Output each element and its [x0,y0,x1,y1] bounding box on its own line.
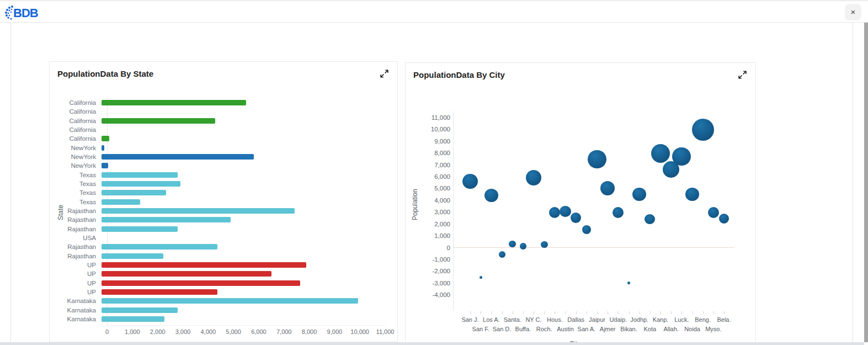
city-tick-mark [661,311,661,314]
x-tick-label: 6,000 [251,328,267,335]
x-tick-label: 2,000 [150,328,166,335]
bar-row: Texas [61,198,385,206]
x-tick-label: 7,000 [276,328,292,335]
state-chart-panel: PopulationData By State State California… [49,61,398,342]
bar[interactable] [102,298,358,304]
bubble[interactable] [571,213,581,223]
bar[interactable] [102,136,109,141]
bar[interactable] [102,190,166,195]
bar-row: UP [61,269,385,278]
city-tick-label: Bikan. [620,326,637,332]
bar[interactable] [102,226,178,232]
bubble[interactable] [645,214,655,225]
bubble[interactable] [685,188,699,201]
bar-category-label: Rajasthan [61,243,102,250]
bubble[interactable] [582,225,591,234]
city-tick-mark [724,311,725,314]
bar[interactable] [102,244,217,250]
bar-row: Karnataka [61,296,385,305]
bar-track [102,262,385,268]
bubble[interactable] [719,214,729,224]
city-tick-label: Ajmer [600,326,616,332]
bar[interactable] [102,217,231,222]
city-tick-mark [671,311,672,314]
bar-row: Texas [61,171,385,179]
bar[interactable] [102,199,140,205]
bar[interactable] [102,316,164,322]
bar[interactable] [102,118,215,124]
bar-category-label: Texas [61,181,102,187]
bubble[interactable] [632,188,646,201]
bubble[interactable] [613,207,624,218]
bar-track [102,118,385,124]
bar[interactable] [102,253,163,259]
bubble[interactable] [692,119,714,141]
expand-arrows-icon[interactable] [380,69,391,80]
bdb-logo[interactable]: BDB [4,4,43,20]
bar-category-label: Rajasthan [61,208,102,214]
city-tick-mark [555,311,555,314]
svg-text:BDB: BDB [13,6,38,20]
bubble[interactable] [509,241,516,248]
city-tick-mark [481,311,481,314]
x-tick-label: 3,000 [175,328,191,335]
bar-category-label: NewYork [61,153,102,160]
y-tick-label: 0 [417,243,450,252]
bar-track [102,244,385,250]
bubble[interactable] [560,206,571,217]
bar-category-label: Texas [61,172,102,178]
bar-track [102,100,385,105]
bar[interactable] [102,280,300,286]
bubble[interactable] [541,241,548,248]
x-tick-label: 9,000 [327,328,343,335]
bar-row: UP [61,288,385,296]
bubble[interactable] [484,189,498,202]
city-tick-mark [523,311,524,314]
bubble[interactable] [708,207,719,218]
bar-category-label: California [61,99,102,106]
bar-category-label: California [61,108,102,115]
y-tick-label: 10,000 [417,125,450,134]
bubble[interactable] [549,207,560,218]
state-chart-title: PopulationData By State [57,69,153,78]
bar[interactable] [102,271,271,277]
y-tick-label: -3,000 [417,279,450,288]
bubble[interactable] [526,170,542,186]
bubble[interactable] [499,251,505,258]
bar[interactable] [102,145,104,151]
bar[interactable] [102,262,306,268]
bar[interactable] [102,307,178,313]
city-tick-mark [618,311,619,314]
bar[interactable] [102,289,217,295]
bubble[interactable] [627,282,630,284]
bar[interactable] [102,154,254,160]
bar[interactable] [102,208,295,214]
city-chart-title: PopulationData By City [413,70,505,79]
bar-track [102,307,385,313]
vertical-scrollbar[interactable] [864,23,868,342]
city-tick-label: Dallas [567,316,584,323]
bubble[interactable] [480,276,482,279]
close-button[interactable]: × [845,4,861,20]
bar-category-label: California [61,118,102,124]
bar-row: Rajasthan [61,224,385,233]
bubble[interactable] [588,150,606,168]
bar-row: NewYork [61,161,385,170]
bubble[interactable] [520,243,526,250]
bubble[interactable] [672,147,691,166]
expand-arrows-icon[interactable] [738,70,749,81]
bar-track [102,298,385,304]
city-tick-label: Kanp. [653,316,669,323]
bar-row: UP [61,278,385,287]
city-chart-panel: PopulationData By City Population 11,000… [405,62,756,345]
bubble[interactable] [651,144,670,163]
horizontal-scrollbar[interactable] [0,342,864,345]
bubble[interactable] [600,181,615,195]
bar[interactable] [102,100,246,105]
bar[interactable] [102,172,178,178]
city-tick-mark [544,311,545,314]
bubble[interactable] [462,174,478,189]
zero-gridline [453,247,734,248]
bar[interactable] [102,163,108,168]
bar[interactable] [102,181,180,187]
